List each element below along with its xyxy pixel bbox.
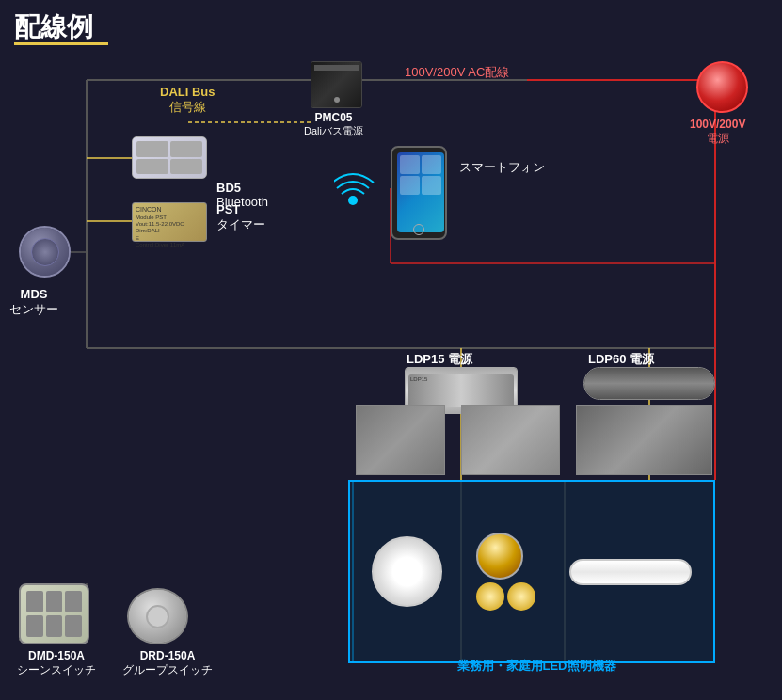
mds-sensor [19, 226, 71, 278]
led-product-col2 [461, 405, 560, 475]
smartphone-label: スマートフォン [459, 158, 545, 176]
pmc05-label: PMC05 Daliバス電源 [304, 111, 363, 138]
bd5-device [132, 136, 207, 179]
dali-bus-label: DALI Bus 信号線 [160, 85, 215, 116]
led-product-col1 [356, 405, 445, 475]
mds-label: MDS センサー [9, 287, 58, 318]
led-products-label: 業務用・家庭用LED照明機器 [353, 657, 720, 675]
led-product-col3 [576, 405, 712, 475]
ldp15-label: LDP15 電源 [407, 350, 472, 368]
scene-switch [19, 583, 89, 644]
pst-device: CINCON Module PSTVout:11.5-22.0VDC Dim:D… [132, 202, 207, 242]
group-switch [127, 588, 188, 644]
group-switch-label: DRD-150A グループスイッチ [122, 649, 213, 678]
page-title: 配線例 [14, 9, 93, 45]
smartphone-device [391, 146, 447, 240]
ac-line-label: 100V/200V AC配線 [405, 64, 509, 81]
ldp60-device [583, 367, 715, 400]
pmc05-device [311, 61, 362, 108]
scene-switch-label: DMD-150A シーンスイッチ [17, 649, 96, 678]
pst-label: PST タイマー [216, 202, 265, 233]
power-source-label: 100V/200V 電源 [690, 118, 745, 147]
title-underline [14, 42, 108, 45]
ldp60-label: LDP60 電源 [588, 350, 654, 368]
power-source [696, 61, 748, 113]
svg-point-23 [348, 196, 358, 205]
led-products-box [348, 480, 715, 663]
